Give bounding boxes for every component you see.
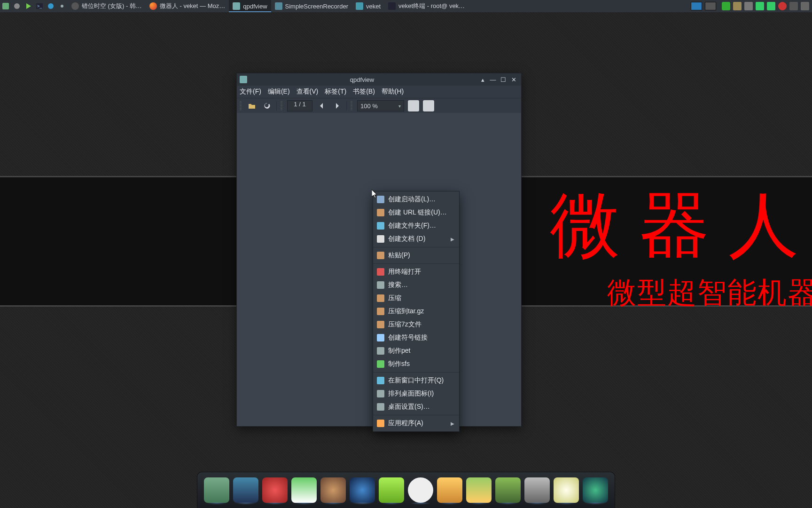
zoom-select[interactable]: 100 %▾ [357, 100, 404, 111]
ctx-settings[interactable]: 桌面设置(S)… [373, 400, 459, 413]
workspace-switcher[interactable] [688, 2, 719, 10]
panel-launcher-apps[interactable] [0, 1, 11, 11]
doc-icon [377, 235, 384, 243]
svg-marker-7 [320, 103, 323, 109]
window-title: qpdfview [247, 76, 477, 83]
top-panel: >_ 错位时空 (女版) - 韩… 微器人 - veket — Moz… qpd… [0, 0, 812, 12]
page-input[interactable]: 1 / 1 [287, 100, 312, 111]
open-button[interactable] [246, 100, 258, 111]
ctx-label: 创建文档 (D) [388, 235, 425, 243]
submenu-arrow-icon: ▶ [451, 237, 454, 242]
ctx-newwin[interactable]: 在新窗口中打开(Q) [373, 374, 459, 387]
ctx-search[interactable]: 搜索… [373, 278, 459, 292]
task-label: qpdfview [243, 3, 267, 10]
toolbar-grip[interactable] [240, 101, 242, 111]
shade-button[interactable]: ▴ [478, 75, 487, 84]
dock-chat[interactable] [379, 477, 404, 503]
menu-help[interactable]: 帮助(H) [382, 87, 404, 96]
next-page-button[interactable] [331, 100, 343, 111]
ctx-folder[interactable]: 创建文件夹(F)… [373, 219, 459, 232]
volume-icon[interactable] [744, 2, 753, 10]
ctx-targz[interactable]: 压缩到tar.gz [373, 305, 459, 318]
task-music[interactable]: 错位时空 (女版) - 韩… [68, 0, 146, 12]
maximize-button[interactable]: ☐ [499, 75, 508, 84]
ctx-label: 搜索… [388, 281, 408, 289]
lang-icon[interactable] [789, 2, 798, 10]
ctx-label: 压缩7z文件 [388, 320, 422, 329]
ctx-term[interactable]: 用终端打开 [373, 265, 459, 278]
ctx-symlink[interactable]: 创建符号链接 [373, 331, 459, 344]
task-ssr[interactable]: SimpleScreenRecorder [271, 0, 352, 12]
task-label: 微器人 - veket — Moz… [160, 2, 225, 10]
ctx-separator [373, 247, 459, 247]
reload-button[interactable] [261, 100, 273, 111]
dock-folder[interactable] [437, 477, 462, 503]
dock-paint[interactable] [291, 477, 317, 503]
dock-gimp[interactable] [320, 477, 346, 503]
panel-launcher-play[interactable] [23, 1, 33, 11]
battery-icon[interactable] [767, 2, 775, 10]
toolbar-grip[interactable] [351, 101, 352, 111]
ctx-doc[interactable]: 创建文档 (D)▶ [373, 232, 459, 246]
dock-brightness[interactable] [554, 477, 579, 503]
ctx-launcher[interactable]: 创建启动器(L)… [373, 193, 459, 206]
dock-files[interactable] [204, 477, 229, 503]
ctx-apps[interactable]: 应用程序(A)▶ [373, 417, 459, 430]
dock-display[interactable] [233, 477, 258, 503]
panel-launcher-tools[interactable] [12, 1, 22, 11]
task-qpdfview[interactable]: qpdfview [229, 0, 271, 12]
dock-help[interactable] [495, 477, 521, 503]
menu-tabs[interactable]: 标签(T) [325, 87, 346, 96]
ctx-label: 创建符号链接 [388, 333, 428, 342]
fit-width-button[interactable] [408, 100, 419, 111]
ctx-label: 排列桌面图标(I) [388, 389, 434, 398]
wallpaper-title: 微器人 [550, 179, 812, 274]
toolbar-grip[interactable] [281, 101, 282, 111]
svg-marker-2 [26, 3, 31, 9]
ctx-sort[interactable]: 排列桌面图标(I) [373, 387, 459, 400]
apps-icon [377, 420, 384, 427]
clipboard-icon[interactable] [733, 2, 742, 10]
titlebar[interactable]: qpdfview ▴ — ☐ ✕ [237, 73, 521, 86]
record-icon[interactable] [778, 2, 787, 10]
minimize-button[interactable]: — [488, 75, 498, 84]
pack-icon [377, 294, 384, 302]
ctx-link[interactable]: 创建 URL 链接(U)… [373, 206, 459, 219]
dock-office[interactable] [466, 477, 492, 503]
panel-launcher-terminal[interactable]: >_ [34, 1, 45, 11]
ctx-paste[interactable]: 粘贴(P) [373, 249, 459, 262]
menubar: 文件(F) 编辑(E) 查看(V) 标签(T) 书签(B) 帮助(H) [237, 86, 521, 98]
ctx-sfs[interactable]: 制作sfs [373, 357, 459, 371]
wallpaper-subtitle: 微型超智能机器 [607, 273, 812, 312]
ctx-7z[interactable]: 压缩7z文件 [373, 318, 459, 331]
menu-view[interactable]: 查看(V) [297, 87, 319, 96]
app-icon [240, 76, 247, 83]
panel-indicator[interactable] [57, 1, 67, 11]
prev-page-button[interactable] [316, 100, 328, 111]
panel-launcher-web[interactable] [46, 1, 56, 11]
dock-tux[interactable] [408, 477, 433, 503]
menu-edit[interactable]: 编辑(E) [268, 87, 290, 96]
network-icon[interactable] [756, 2, 764, 10]
shield-icon[interactable] [722, 2, 730, 10]
keyboard-icon[interactable] [801, 2, 809, 10]
ctx-separator [373, 263, 459, 264]
dock-disk[interactable] [524, 477, 550, 503]
ctx-label: 制作sfs [388, 360, 410, 368]
task-firefox[interactable]: 微器人 - veket — Moz… [146, 0, 229, 12]
menu-file[interactable]: 文件(F) [240, 87, 261, 96]
dock-audio[interactable] [350, 477, 375, 503]
svg-marker-8 [336, 103, 339, 109]
dock-strawberry[interactable] [262, 477, 288, 503]
task-terminal[interactable]: veket终端 - root@ vek… [384, 0, 468, 12]
menu-bookmarks[interactable]: 书签(B) [353, 87, 375, 96]
pdf-icon [233, 2, 240, 10]
dock-camera[interactable] [583, 477, 608, 503]
task-filemanager[interactable]: veket [352, 0, 384, 12]
desktop-context-menu: 创建启动器(L)…创建 URL 链接(U)…创建文件夹(F)…创建文档 (D)▶… [373, 191, 460, 432]
toolbar: 1 / 1 100 %▾ [237, 98, 521, 113]
fit-page-button[interactable] [423, 100, 434, 111]
ctx-pack[interactable]: 压缩 [373, 292, 459, 305]
close-button[interactable]: ✕ [509, 75, 518, 84]
ctx-pet[interactable]: 制作pet [373, 344, 459, 357]
